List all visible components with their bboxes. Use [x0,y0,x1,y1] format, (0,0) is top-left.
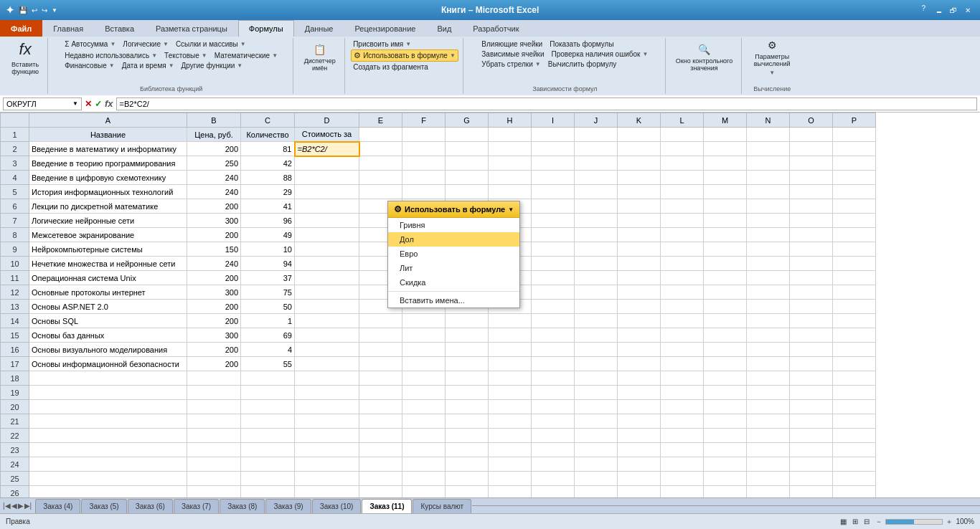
cell-extra-13-6[interactable] [618,300,661,314]
tab-data[interactable]: Данные [294,20,344,37]
text-btn[interactable]: Текстовые ▼ [162,51,209,60]
cell-extra-13-11[interactable] [833,300,876,314]
cell-D21[interactable] [295,414,359,429]
cell-extra-2-1[interactable] [402,142,446,156]
remove-arrows-btn[interactable]: Убрать стрелки ▼ [479,59,542,69]
cell-extra-16-8[interactable] [704,343,747,357]
cell-extra-12-7[interactable] [661,285,704,300]
cell-D6[interactable] [295,199,359,214]
cell-extra-18-4[interactable] [532,371,575,386]
cell-C24[interactable] [241,457,295,472]
cell-B10[interactable]: 240 [187,257,241,271]
cell-extra-19-7[interactable] [661,386,704,400]
cell-B3[interactable]: 250 [187,156,241,171]
cell-extra-6-6[interactable] [618,199,661,214]
cell-A18[interactable] [29,371,187,386]
cell-extra-24-0[interactable] [359,457,402,472]
tab-nav-next[interactable]: ▶ [18,502,24,510]
cell-extra-12-5[interactable] [575,285,618,300]
cell-A5[interactable]: История информационных технологий [29,185,187,199]
cell-A12[interactable]: Основные протоколы интернет [29,285,187,300]
cell-extra-15-3[interactable] [489,328,532,343]
cell-extra-16-4[interactable] [532,343,575,357]
cell-C16[interactable]: 4 [241,343,295,357]
cell-extra-18-3[interactable] [489,371,532,386]
cell-A8[interactable]: Межсетевое экранирование [29,228,187,242]
cell-extra-10-6[interactable] [618,257,661,271]
cell-A26[interactable] [29,486,187,498]
cell-extra-15-4[interactable] [532,328,575,343]
row-header-1[interactable]: 1 [1,128,29,142]
cell-extra-1-8[interactable] [704,128,747,142]
cell-extra-9-9[interactable] [747,242,790,257]
tab-formulas[interactable]: Формулы [238,20,294,37]
row-header-15[interactable]: 15 [1,328,29,343]
cell-extra-24-6[interactable] [618,457,661,472]
cell-extra-19-4[interactable] [532,386,575,400]
cell-extra-11-4[interactable] [532,271,575,285]
cell-extra-22-9[interactable] [747,429,790,443]
cell-extra-25-9[interactable] [747,472,790,486]
cell-D8[interactable] [295,228,359,242]
cell-extra-22-3[interactable] [489,429,532,443]
cell-extra-24-9[interactable] [747,457,790,472]
cell-extra-21-7[interactable] [661,414,704,429]
cell-extra-2-5[interactable] [575,142,618,156]
cell-extra-23-8[interactable] [704,443,747,457]
cell-B26[interactable] [187,486,241,498]
col-header-O[interactable]: O [790,113,833,128]
cell-A1[interactable]: Название [29,128,187,142]
cell-D18[interactable] [295,371,359,386]
cell-B2[interactable]: 200 [187,142,241,156]
cell-extra-15-8[interactable] [704,328,747,343]
cell-extra-9-4[interactable] [532,242,575,257]
cell-extra-19-3[interactable] [489,386,532,400]
cell-extra-8-7[interactable] [661,228,704,242]
dropdown-header[interactable]: ⚙ Использовать в формуле ▼ [388,201,519,218]
cell-A17[interactable]: Основы информационной безопасности [29,357,187,371]
cell-D11[interactable] [295,271,359,285]
cell-extra-26-11[interactable] [833,486,876,498]
cell-extra-15-5[interactable] [575,328,618,343]
cell-extra-8-5[interactable] [575,228,618,242]
cell-B6[interactable]: 200 [187,199,241,214]
cell-extra-22-1[interactable] [402,429,446,443]
cell-extra-8-4[interactable] [532,228,575,242]
cell-extra-6-11[interactable] [833,199,876,214]
row-header-9[interactable]: 9 [1,242,29,257]
row-header-3[interactable]: 3 [1,156,29,171]
cell-extra-19-9[interactable] [747,386,790,400]
cell-extra-21-9[interactable] [747,414,790,429]
cell-extra-22-11[interactable] [833,429,876,443]
col-header-M[interactable]: M [704,113,747,128]
cell-A11[interactable]: Операционная система Unix [29,271,187,285]
cell-extra-7-8[interactable] [704,214,747,228]
cell-extra-11-5[interactable] [575,271,618,285]
row-header-12[interactable]: 12 [1,285,29,300]
cell-extra-18-5[interactable] [575,371,618,386]
cell-extra-3-2[interactable] [446,156,489,171]
name-manager-btn[interactable]: 📋 Диспетчеримён [300,39,340,82]
cell-extra-22-0[interactable] [359,429,402,443]
row-header-2[interactable]: 2 [1,142,29,156]
cell-B20[interactable] [187,400,241,414]
tab-view[interactable]: Вид [426,20,462,37]
sheet-tab-Заказ-(9)[interactable]: Заказ (9) [265,499,311,513]
cell-extra-23-2[interactable] [446,443,489,457]
cell-extra-18-2[interactable] [446,371,489,386]
references-btn[interactable]: Ссылки и массивы ▼ [174,39,248,49]
page-layout-view-icon[interactable]: ⊞ [852,518,858,525]
cell-extra-23-7[interactable] [661,443,704,457]
cell-C4[interactable]: 88 [241,171,295,185]
row-header-18[interactable]: 18 [1,371,29,386]
cell-D16[interactable] [295,343,359,357]
cell-extra-2-6[interactable] [618,142,661,156]
show-formulas-btn[interactable]: Показать формулы [547,39,616,49]
cell-extra-11-8[interactable] [704,271,747,285]
cell-C22[interactable] [241,429,295,443]
cell-extra-18-1[interactable] [402,371,446,386]
cell-extra-15-10[interactable] [790,328,833,343]
cell-extra-2-7[interactable] [661,142,704,156]
cell-C18[interactable] [241,371,295,386]
cell-extra-21-6[interactable] [618,414,661,429]
